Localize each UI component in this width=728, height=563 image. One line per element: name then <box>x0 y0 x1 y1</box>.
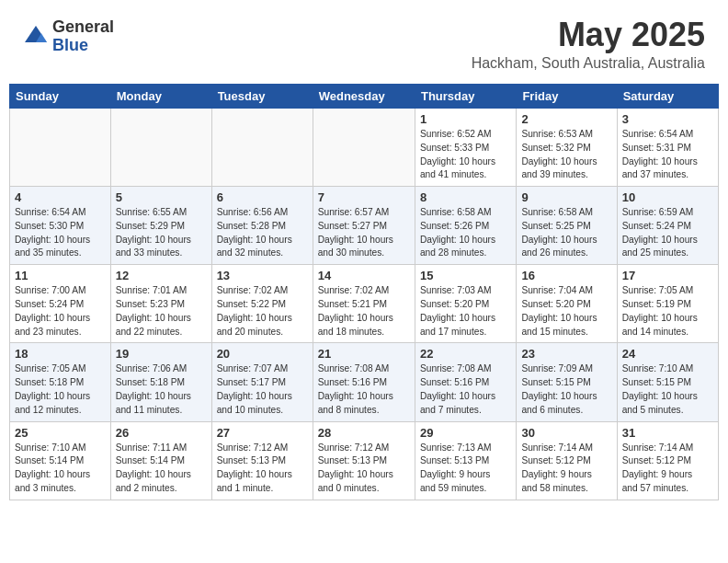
day-number: 9 <box>521 190 611 204</box>
day-info: Sunrise: 6:57 AM Sunset: 5:27 PM Dayligh… <box>318 206 410 260</box>
calendar-cell: 19Sunrise: 7:06 AM Sunset: 5:18 PM Dayli… <box>110 343 211 421</box>
calendar-cell: 16Sunrise: 7:04 AM Sunset: 5:20 PM Dayli… <box>517 265 617 343</box>
day-number: 18 <box>15 347 106 361</box>
day-info: Sunrise: 6:58 AM Sunset: 5:26 PM Dayligh… <box>420 206 511 260</box>
calendar-cell: 14Sunrise: 7:02 AM Sunset: 5:21 PM Dayli… <box>313 265 415 343</box>
calendar-cell <box>110 109 211 187</box>
weekday-header-friday: Friday <box>517 85 617 109</box>
day-number: 22 <box>420 347 511 361</box>
calendar-cell: 29Sunrise: 7:13 AM Sunset: 5:13 PM Dayli… <box>415 421 516 500</box>
calendar-cell: 11Sunrise: 7:00 AM Sunset: 5:24 PM Dayli… <box>10 265 111 343</box>
day-info: Sunrise: 7:10 AM Sunset: 5:14 PM Dayligh… <box>15 442 106 496</box>
day-number: 11 <box>15 269 106 282</box>
page-header: General Blue May 2025 Hackham, South Aus… <box>9 9 719 76</box>
day-info: Sunrise: 7:05 AM Sunset: 5:19 PM Dayligh… <box>622 284 713 339</box>
calendar-cell <box>313 109 415 187</box>
day-number: 10 <box>622 190 713 204</box>
weekday-header-monday: Monday <box>110 85 211 109</box>
calendar-cell: 7Sunrise: 6:57 AM Sunset: 5:27 PM Daylig… <box>313 187 415 265</box>
day-number: 24 <box>622 347 713 361</box>
day-info: Sunrise: 7:13 AM Sunset: 5:13 PM Dayligh… <box>420 442 511 496</box>
calendar-week-row: 11Sunrise: 7:00 AM Sunset: 5:24 PM Dayli… <box>10 265 719 343</box>
calendar-cell: 12Sunrise: 7:01 AM Sunset: 5:23 PM Dayli… <box>110 265 211 343</box>
calendar-cell: 18Sunrise: 7:05 AM Sunset: 5:18 PM Dayli… <box>10 343 111 421</box>
day-number: 29 <box>420 426 511 440</box>
day-number: 3 <box>622 112 713 126</box>
calendar-cell: 28Sunrise: 7:12 AM Sunset: 5:13 PM Dayli… <box>313 421 415 500</box>
day-number: 16 <box>521 269 611 282</box>
calendar-cell: 1Sunrise: 6:52 AM Sunset: 5:33 PM Daylig… <box>415 109 516 187</box>
day-number: 5 <box>116 190 207 204</box>
calendar-cell: 10Sunrise: 6:59 AM Sunset: 5:24 PM Dayli… <box>617 187 718 265</box>
day-number: 6 <box>217 190 308 204</box>
day-info: Sunrise: 7:02 AM Sunset: 5:22 PM Dayligh… <box>217 284 308 339</box>
day-info: Sunrise: 7:10 AM Sunset: 5:15 PM Dayligh… <box>622 362 713 417</box>
day-number: 28 <box>318 426 410 440</box>
logo-text: General Blue <box>52 18 114 55</box>
day-number: 8 <box>420 190 511 204</box>
calendar-cell: 24Sunrise: 7:10 AM Sunset: 5:15 PM Dayli… <box>617 343 718 421</box>
day-number: 13 <box>217 269 308 282</box>
day-info: Sunrise: 6:59 AM Sunset: 5:24 PM Dayligh… <box>622 206 713 260</box>
day-number: 7 <box>318 190 410 204</box>
calendar-cell: 30Sunrise: 7:14 AM Sunset: 5:12 PM Dayli… <box>517 421 617 500</box>
calendar-cell: 13Sunrise: 7:02 AM Sunset: 5:22 PM Dayli… <box>211 265 313 343</box>
calendar-table: SundayMondayTuesdayWednesdayThursdayFrid… <box>9 84 719 500</box>
day-info: Sunrise: 6:55 AM Sunset: 5:29 PM Dayligh… <box>116 206 207 260</box>
calendar-cell: 6Sunrise: 6:56 AM Sunset: 5:28 PM Daylig… <box>211 187 313 265</box>
day-info: Sunrise: 7:03 AM Sunset: 5:20 PM Dayligh… <box>420 284 511 339</box>
calendar-cell <box>10 109 111 187</box>
calendar-cell: 21Sunrise: 7:08 AM Sunset: 5:16 PM Dayli… <box>313 343 415 421</box>
calendar-cell: 8Sunrise: 6:58 AM Sunset: 5:26 PM Daylig… <box>415 187 516 265</box>
day-info: Sunrise: 7:02 AM Sunset: 5:21 PM Dayligh… <box>318 284 410 339</box>
calendar-week-row: 25Sunrise: 7:10 AM Sunset: 5:14 PM Dayli… <box>10 421 719 500</box>
logo: General Blue <box>23 18 114 55</box>
day-number: 2 <box>521 112 611 126</box>
day-number: 27 <box>217 426 308 440</box>
day-number: 19 <box>116 347 207 361</box>
day-info: Sunrise: 7:06 AM Sunset: 5:18 PM Dayligh… <box>116 362 207 417</box>
calendar-cell: 3Sunrise: 6:54 AM Sunset: 5:31 PM Daylig… <box>617 109 718 187</box>
logo-icon <box>23 24 49 50</box>
day-info: Sunrise: 7:12 AM Sunset: 5:13 PM Dayligh… <box>318 442 410 496</box>
calendar-cell: 5Sunrise: 6:55 AM Sunset: 5:29 PM Daylig… <box>110 187 211 265</box>
day-info: Sunrise: 7:04 AM Sunset: 5:20 PM Dayligh… <box>521 284 611 339</box>
weekday-header-thursday: Thursday <box>415 85 516 109</box>
day-number: 30 <box>521 426 611 440</box>
weekday-header-saturday: Saturday <box>617 85 718 109</box>
calendar-cell: 25Sunrise: 7:10 AM Sunset: 5:14 PM Dayli… <box>10 421 111 500</box>
calendar-week-row: 1Sunrise: 6:52 AM Sunset: 5:33 PM Daylig… <box>10 109 719 187</box>
calendar-week-row: 4Sunrise: 6:54 AM Sunset: 5:30 PM Daylig… <box>10 187 719 265</box>
day-info: Sunrise: 6:53 AM Sunset: 5:32 PM Dayligh… <box>521 128 611 182</box>
day-info: Sunrise: 7:01 AM Sunset: 5:23 PM Dayligh… <box>116 284 207 339</box>
day-number: 4 <box>15 190 106 204</box>
day-number: 17 <box>622 269 713 282</box>
day-info: Sunrise: 7:08 AM Sunset: 5:16 PM Dayligh… <box>318 362 410 417</box>
day-info: Sunrise: 7:08 AM Sunset: 5:16 PM Dayligh… <box>420 362 511 417</box>
day-info: Sunrise: 7:12 AM Sunset: 5:13 PM Dayligh… <box>217 442 308 496</box>
day-number: 14 <box>318 269 410 282</box>
calendar-cell: 27Sunrise: 7:12 AM Sunset: 5:13 PM Dayli… <box>211 421 313 500</box>
day-info: Sunrise: 7:07 AM Sunset: 5:17 PM Dayligh… <box>217 362 308 417</box>
calendar-cell: 31Sunrise: 7:14 AM Sunset: 5:12 PM Dayli… <box>617 421 718 500</box>
day-number: 23 <box>521 347 611 361</box>
calendar-cell: 17Sunrise: 7:05 AM Sunset: 5:19 PM Dayli… <box>617 265 718 343</box>
weekday-header-sunday: Sunday <box>10 85 111 109</box>
day-info: Sunrise: 7:00 AM Sunset: 5:24 PM Dayligh… <box>15 284 106 339</box>
day-info: Sunrise: 6:54 AM Sunset: 5:30 PM Dayligh… <box>15 206 106 260</box>
calendar-cell: 9Sunrise: 6:58 AM Sunset: 5:25 PM Daylig… <box>517 187 617 265</box>
day-info: Sunrise: 7:05 AM Sunset: 5:18 PM Dayligh… <box>15 362 106 417</box>
calendar-cell: 26Sunrise: 7:11 AM Sunset: 5:14 PM Dayli… <box>110 421 211 500</box>
day-number: 26 <box>116 426 207 440</box>
day-info: Sunrise: 7:14 AM Sunset: 5:12 PM Dayligh… <box>622 442 713 496</box>
day-number: 31 <box>622 426 713 440</box>
calendar-cell <box>211 109 313 187</box>
calendar-cell: 4Sunrise: 6:54 AM Sunset: 5:30 PM Daylig… <box>10 187 111 265</box>
day-number: 12 <box>116 269 207 282</box>
day-info: Sunrise: 6:58 AM Sunset: 5:25 PM Dayligh… <box>521 206 611 260</box>
day-number: 20 <box>217 347 308 361</box>
day-number: 21 <box>318 347 410 361</box>
day-info: Sunrise: 7:11 AM Sunset: 5:14 PM Dayligh… <box>116 442 207 496</box>
weekday-header-wednesday: Wednesday <box>313 85 415 109</box>
calendar-week-row: 18Sunrise: 7:05 AM Sunset: 5:18 PM Dayli… <box>10 343 719 421</box>
